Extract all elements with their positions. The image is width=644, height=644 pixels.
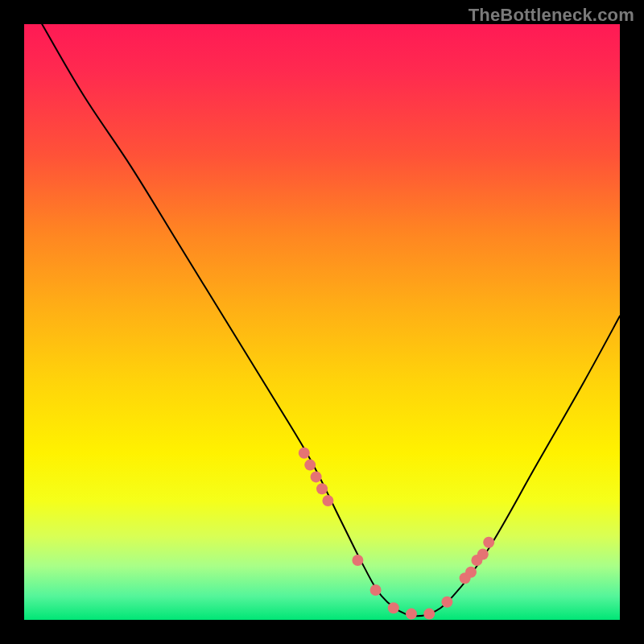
highlight-dot xyxy=(477,549,489,560)
highlight-dot xyxy=(388,602,399,613)
highlight-dot xyxy=(465,567,477,578)
dot-layer xyxy=(299,448,494,620)
curve-layer xyxy=(24,24,620,620)
highlight-dot xyxy=(406,609,417,620)
highlight-dot xyxy=(483,537,494,548)
highlight-dot xyxy=(316,483,328,494)
watermark-text: TheBottleneck.com xyxy=(469,5,634,26)
highlight-dot xyxy=(311,471,322,482)
highlight-dot xyxy=(322,495,333,506)
highlight-dot xyxy=(370,584,382,596)
bottleneck-curve xyxy=(42,24,620,617)
plot-area xyxy=(24,24,620,620)
highlight-dot xyxy=(441,597,452,608)
chart-stage: TheBottleneck.com xyxy=(0,0,644,644)
highlight-dot xyxy=(423,609,435,620)
highlight-dot xyxy=(352,555,363,566)
highlight-dot xyxy=(299,448,310,459)
highlight-dot xyxy=(304,460,316,471)
